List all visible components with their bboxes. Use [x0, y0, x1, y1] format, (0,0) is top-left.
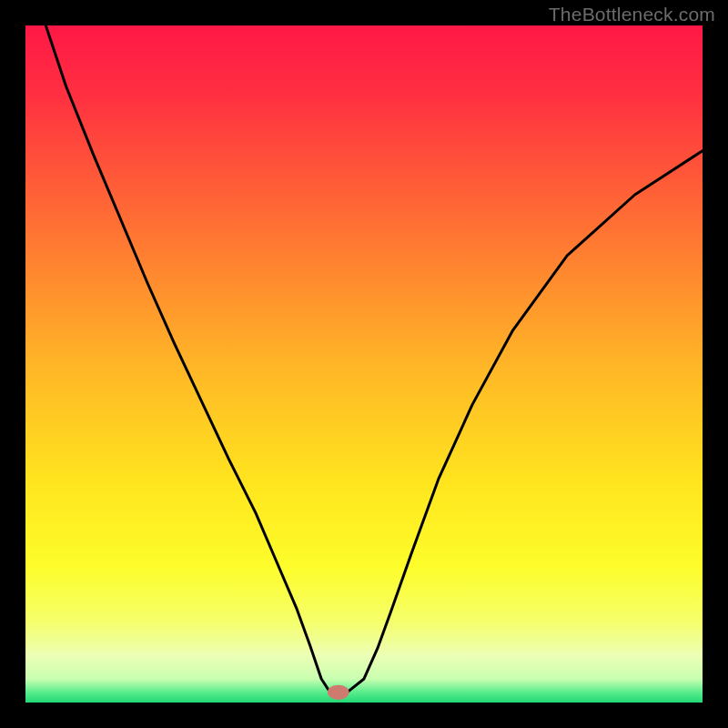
- chart-frame: TheBottleneck.com: [0, 0, 728, 728]
- plot-area: [25, 25, 703, 703]
- chart-svg: [25, 25, 703, 703]
- target-marker: [328, 685, 349, 700]
- chart-background: [25, 25, 703, 703]
- watermark-label: TheBottleneck.com: [549, 4, 715, 25]
